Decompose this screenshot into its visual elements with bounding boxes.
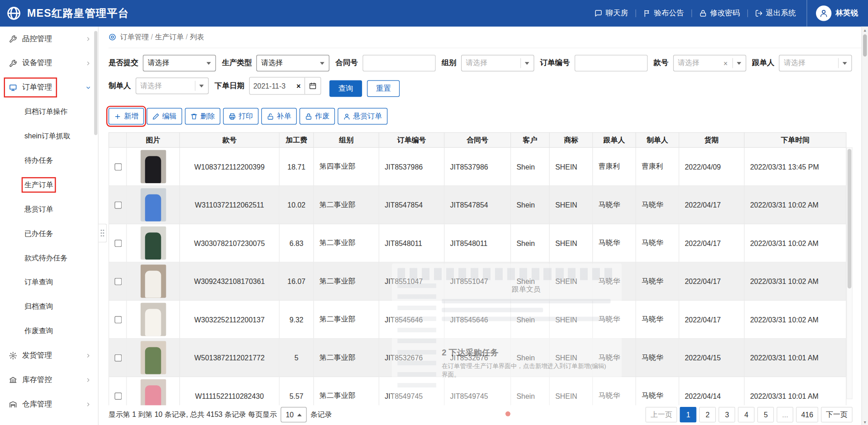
print-icon (229, 113, 236, 120)
sidebar-item-1[interactable]: 设备管理 (0, 51, 98, 76)
row-checkbox[interactable] (114, 240, 122, 247)
table-scrollbar[interactable] (846, 147, 852, 399)
sidebar-item-14[interactable]: 库存管控 (0, 368, 98, 392)
clear-icon[interactable]: × (292, 77, 304, 94)
sidebar-subitem-7[interactable]: 悬赏订单 (0, 197, 98, 222)
product-image[interactable] (140, 188, 165, 221)
table-row[interactable]: W50138721120217725第二事业部JIT8532676JIT8532… (109, 339, 846, 377)
page-button-...[interactable]: ... (777, 407, 793, 422)
search-button[interactable]: 查询 (330, 80, 362, 97)
page-button-4[interactable]: 4 (738, 407, 755, 422)
header-link-logout[interactable]: 退出系统 (748, 8, 803, 18)
cell-style-no: W3092432108170361 (179, 262, 279, 300)
style-no-select[interactable]: 请选择 × (673, 55, 746, 71)
filter-order-no-label: 订单编号 (540, 58, 570, 68)
prev-page-button[interactable]: 上一页 (646, 407, 677, 422)
product-image[interactable] (140, 150, 165, 183)
sidebar-subitem-4[interactable]: shein订单抓取 (0, 124, 98, 148)
page-button-3[interactable]: 3 (719, 407, 736, 422)
header-link-announcement[interactable]: 验布公告 (636, 8, 691, 18)
breadcrumb-item[interactable]: 列表 (190, 33, 204, 41)
location-icon (108, 33, 116, 41)
supplement-button[interactable]: 补单 (261, 108, 297, 125)
product-image[interactable] (140, 341, 165, 374)
sidebar-subitem-3[interactable]: 归档订单操作 (0, 99, 98, 124)
cell-contract-no: JIT8547854 (444, 186, 511, 224)
header-link-label: 修改密码 (710, 8, 740, 18)
production-type-select[interactable]: 请选择 (256, 55, 330, 71)
header-link-password[interactable]: 修改密码 (692, 8, 747, 18)
sidebar-collapse-handle[interactable] (99, 224, 107, 243)
product-image[interactable] (140, 264, 165, 298)
cell-order-time: 2022/03/31 10:02 AM (744, 186, 846, 224)
submit-select[interactable]: 请选择 (143, 55, 216, 71)
header-link-label: 验布公告 (654, 8, 684, 18)
header-link-chat[interactable]: 聊天房 (587, 8, 635, 18)
summary-text: 显示第 1 到第 10 条记录, 总共 4153 条记录 每页显示 (108, 410, 277, 420)
sidebar-subitem-8[interactable]: 已办任务 (0, 222, 98, 246)
sidebar-item-15[interactable]: 仓库管理 (0, 392, 98, 416)
row-checkbox[interactable] (114, 163, 122, 170)
cell-maker: 马晓华 (636, 339, 679, 377)
page-scroll-thumb[interactable] (863, 34, 867, 57)
order-date-picker[interactable]: 2021-11-3 × (249, 77, 321, 94)
page-button-416[interactable]: 416 (796, 407, 818, 422)
table-row[interactable]: W30322521122001379.32第二事业部JIT8545646JIT8… (109, 300, 846, 338)
contract-no-input[interactable] (362, 55, 435, 71)
sidebar-subitem-10[interactable]: 订单查询 (0, 270, 98, 295)
page-button-2[interactable]: 2 (699, 407, 716, 422)
clear-icon[interactable]: × (720, 59, 731, 67)
chevron-right-icon (85, 401, 91, 407)
cell-follower: 马晓华 (593, 262, 636, 300)
table-row[interactable]: W108371211220039918.71第四事业部JIT8537986JIT… (109, 147, 846, 185)
garment-shape (145, 232, 161, 260)
reset-button[interactable]: 重置 (367, 80, 400, 97)
scroll-down-arrow[interactable]: ▼ (862, 419, 868, 425)
chevron-down-icon (736, 62, 741, 67)
table-row[interactable]: W311037211206251110.02第二事业部JIT8547854JIT… (109, 186, 846, 224)
follower-select[interactable]: 请选择 (779, 55, 852, 71)
table-row[interactable]: W309243210817036116.07第二事业部JIT8551047JIT… (109, 262, 846, 300)
scroll-up-arrow[interactable]: ▲ (862, 27, 868, 33)
product-image[interactable] (140, 227, 165, 260)
edit-button[interactable]: 编辑 (146, 108, 182, 125)
page-scrollbar[interactable]: ▲ ▼ (861, 27, 868, 425)
sidebar-item-0[interactable]: 品控管理 (0, 27, 98, 51)
sidebar-scrollbar[interactable] (94, 31, 97, 135)
calendar-icon[interactable] (305, 77, 321, 94)
print-button[interactable]: 打印 (223, 108, 258, 125)
user-box[interactable]: 林英锐 (806, 0, 862, 27)
next-page-button[interactable]: 下一页 (821, 407, 853, 422)
cell-delivery-date: 2022/04/17 (679, 186, 744, 224)
page-button-1[interactable]: 1 (680, 407, 697, 422)
production-type-value: 请选择 (261, 58, 320, 68)
reward-button[interactable]: 悬赏订单 (338, 108, 387, 125)
breadcrumb-item[interactable]: 订单管理 (120, 33, 149, 41)
row-checkbox[interactable] (114, 201, 122, 208)
row-checkbox[interactable] (114, 354, 122, 361)
sidebar-subitem-9[interactable]: 款式待办任务 (0, 246, 98, 270)
filter-contract-label: 合同号 (335, 58, 358, 68)
add-button[interactable]: 新增 (108, 108, 144, 125)
sidebar-item-2[interactable]: 订单管理 (0, 76, 98, 100)
breadcrumb-item[interactable]: 生产订单 (155, 33, 184, 41)
group-select[interactable]: 请选择 (461, 55, 534, 71)
table-row[interactable]: W30307821072300756.83第二事业部JIT8548011JIT8… (109, 224, 846, 262)
delete-button[interactable]: 删除 (185, 108, 220, 125)
order-no-input[interactable] (574, 55, 647, 71)
maker-select[interactable]: 请选择 (135, 77, 208, 94)
page-button-5[interactable]: 5 (757, 407, 774, 422)
row-checkbox[interactable] (114, 278, 122, 285)
sidebar-subitem-5[interactable]: 待办任务 (0, 148, 98, 173)
sidebar-subitem-12[interactable]: 作废查询 (0, 319, 98, 343)
row-checkbox[interactable] (114, 316, 122, 323)
page-size-select[interactable]: 10 (281, 407, 307, 422)
sidebar-subitem-11[interactable]: 归档查询 (0, 294, 98, 319)
sidebar-item-13[interactable]: 发货管理 (0, 343, 98, 368)
edit-icon (152, 113, 160, 120)
sidebar-subitem-6[interactable]: 生产订单 (0, 173, 98, 197)
void-button[interactable]: 作废 (299, 108, 335, 125)
cell-customer: Shein (511, 300, 550, 338)
row-checkbox[interactable] (114, 392, 122, 400)
product-image[interactable] (140, 303, 165, 336)
